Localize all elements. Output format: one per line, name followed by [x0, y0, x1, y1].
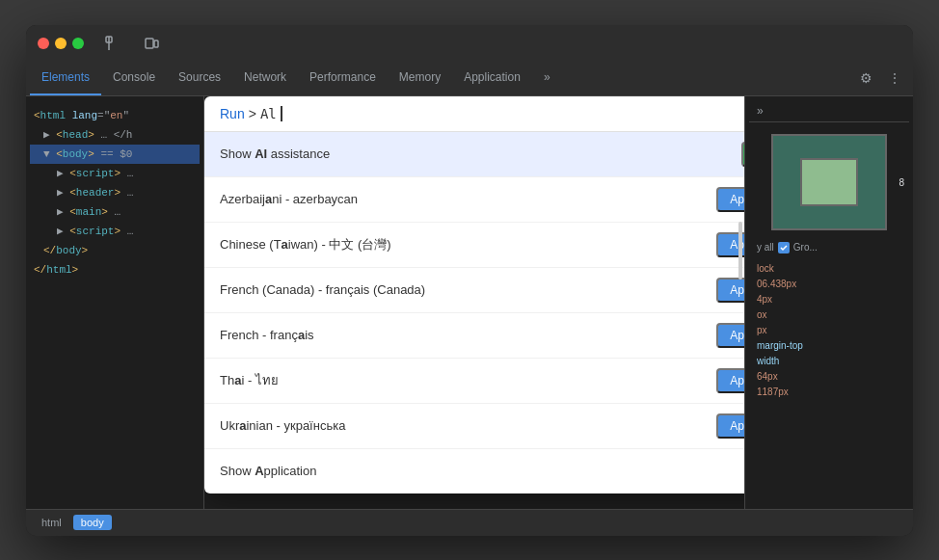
breadcrumb-html[interactable]: html — [34, 515, 69, 530]
dom-line: </html> — [30, 260, 200, 280]
command-popup-overlay: Run > Al Show AI assistance Drawer — [204, 96, 744, 509]
traffic-lights — [38, 38, 84, 49]
command-item-text: Azerbaijani - azerbaycan — [220, 192, 358, 206]
right-panel-expand-icon[interactable]: » — [757, 104, 764, 118]
devtools-window: Elements Console Sources Network Perform… — [26, 25, 913, 536]
breadcrumb-body[interactable]: body — [73, 515, 112, 530]
style-row: 4px — [757, 292, 901, 307]
command-input-bar[interactable]: Run > Al — [204, 96, 744, 132]
style-row: lock — [757, 261, 901, 277]
tab-more[interactable]: » — [532, 62, 562, 95]
tab-spacer — [562, 62, 852, 95]
command-list: Show AI assistance Drawer Azerbaijani - … — [204, 132, 744, 493]
command-item-chinese-taiwan[interactable]: Chinese (Taiwan) - 中文 (台灣) Appearance — [204, 223, 744, 268]
close-button[interactable] — [38, 38, 49, 49]
drawer-badge[interactable]: Drawer — [741, 142, 744, 167]
appearance-badge[interactable]: Appearance — [716, 187, 744, 212]
dom-line: ▶ <script> … — [30, 164, 200, 183]
command-item-text: Ukrainian - українська — [220, 418, 345, 433]
box-number: 8 — [899, 176, 904, 187]
box-inner — [800, 158, 858, 206]
group-label: Gro... — [793, 242, 818, 253]
right-panel-controls: y all Gro... — [749, 238, 909, 257]
dom-line: ▶ <header> … — [30, 183, 200, 202]
devtools-main: <html lang="en" ▶ <head> … </h ▼ <body> … — [26, 96, 913, 509]
dom-line: </body> — [30, 241, 200, 260]
tab-network[interactable]: Network — [232, 62, 298, 95]
inspect-element-icon[interactable] — [97, 36, 128, 51]
command-popup: Run > Al Show AI assistance Drawer — [204, 96, 744, 493]
device-toggle-icon[interactable] — [136, 36, 167, 51]
more-options-icon[interactable]: ⋮ — [880, 62, 909, 95]
command-item-text: Show Application — [220, 464, 316, 478]
command-item-ukrainian[interactable]: Ukrainian - українська Appearance — [204, 404, 744, 449]
styles-panel: lock 06.438px 4px ox px margin-top width… — [749, 257, 909, 404]
style-row: ox — [757, 307, 901, 323]
command-item-text: French (Canada) - français (Canada) — [220, 282, 425, 297]
dom-line: ▶ <main> … — [30, 202, 200, 222]
tab-performance[interactable]: Performance — [298, 62, 388, 95]
appearance-badge[interactable]: Appearance — [716, 323, 744, 348]
command-input[interactable]: Al — [260, 106, 277, 121]
box-model: 8 — [749, 126, 909, 238]
tab-console[interactable]: Console — [101, 62, 167, 95]
scrollbar[interactable] — [738, 222, 742, 280]
command-item-ai-assistance[interactable]: Show AI assistance Drawer — [204, 132, 744, 177]
tab-memory[interactable]: Memory — [388, 62, 452, 95]
command-item-text: Thai - ไทย — [220, 370, 279, 390]
title-bar — [26, 25, 913, 62]
command-item-text: French - français — [220, 328, 314, 342]
style-row: 1187px — [757, 385, 901, 400]
tab-sources[interactable]: Sources — [167, 62, 232, 95]
svg-rect-2 — [146, 39, 153, 48]
dom-panel: <html lang="en" ▶ <head> … </h ▼ <body> … — [26, 96, 204, 509]
status-bar: html body — [26, 509, 913, 536]
command-item-text: Chinese (Taiwan) - 中文 (台灣) — [220, 236, 391, 253]
dom-line-body[interactable]: ▼ <body> == $0 — [30, 145, 200, 164]
tab-application[interactable]: Application — [452, 62, 532, 95]
dom-line: <html lang="en" — [30, 106, 200, 125]
maximize-button[interactable] — [72, 38, 84, 49]
minimize-button[interactable] — [55, 38, 67, 49]
style-row: margin-top — [757, 338, 901, 354]
settings-icon[interactable]: ⚙ — [852, 62, 880, 95]
command-item-text: Show AI assistance — [220, 147, 330, 161]
group-checkbox[interactable] — [778, 242, 790, 253]
dom-line: ▶ <script> … — [30, 222, 200, 241]
command-item-french-canada[interactable]: French (Canada) - français (Canada) Appe… — [204, 268, 744, 313]
style-row: 06.438px — [757, 277, 901, 292]
tab-elements[interactable]: Elements — [30, 62, 101, 95]
center-area: Run > Al Show AI assistance Drawer — [204, 96, 744, 509]
appearance-badge[interactable]: Appearance — [716, 278, 744, 303]
devtools-tabs: Elements Console Sources Network Perform… — [26, 62, 913, 96]
appearance-badge[interactable]: Appearance — [716, 413, 744, 439]
run-label: Run — [220, 106, 245, 121]
cursor — [281, 106, 282, 121]
show-all-label: y all — [757, 242, 774, 253]
appearance-badge[interactable]: Appearance — [716, 368, 744, 393]
svg-rect-3 — [154, 40, 158, 47]
style-row: width — [757, 354, 901, 369]
command-item-french[interactable]: French - français Appearance — [204, 313, 744, 359]
dom-line: ▶ <head> … </h — [30, 125, 200, 145]
style-row: px — [757, 323, 901, 338]
right-panel: » 8 y all Gro... lock 0 — [744, 96, 913, 509]
style-row: 64px — [757, 369, 901, 385]
command-item-thai[interactable]: Thai - ไทย Appearance — [204, 359, 744, 404]
command-arrow: > — [249, 106, 256, 121]
command-item-show-application[interactable]: Show Application Panel — [204, 449, 744, 493]
box-outer: 8 — [771, 134, 887, 230]
right-panel-top: » — [749, 100, 909, 122]
command-item-azerbaijani[interactable]: Azerbaijani - azerbaycan Appearance — [204, 177, 744, 223]
